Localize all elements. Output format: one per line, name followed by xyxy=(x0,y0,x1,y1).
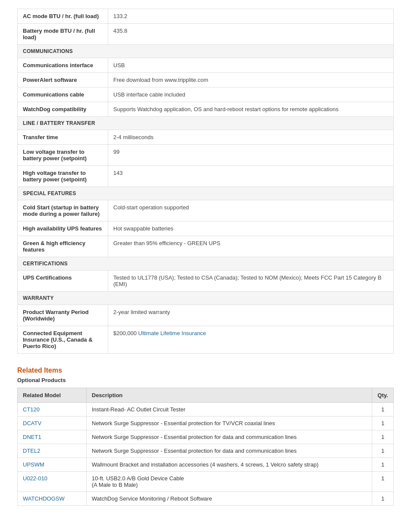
spec-label: AC mode BTU / hr. (full load) xyxy=(18,9,108,24)
spec-value: 143 xyxy=(108,166,394,187)
col-header-qty: Qty. xyxy=(372,388,394,403)
related-items-section: Related Items Optional Products Related … xyxy=(17,367,394,506)
spec-row: WatchDog compatibilitySupports Watchdog … xyxy=(18,102,394,117)
spec-value: Tested to UL1778 (USA); Tested to CSA (C… xyxy=(108,271,394,292)
spec-value: $200,000 Ultimate Lifetime Insurance xyxy=(108,326,394,354)
related-table: Related Model Description Qty. CT120Inst… xyxy=(17,388,394,506)
related-model-cell: CT120 xyxy=(18,403,87,417)
related-model-cell: UPSWM xyxy=(18,458,87,472)
related-description-cell: Network Surge Suppressor - Essential pro… xyxy=(87,430,372,444)
col-header-model: Related Model xyxy=(18,388,87,403)
spec-value: 2-year limited warranty xyxy=(108,305,394,326)
section-header-label: LINE / BATTERY TRANSFER xyxy=(18,117,394,130)
spec-row: Communications cableUSB interface cable … xyxy=(18,87,394,102)
spec-value: 133.2 xyxy=(108,9,394,24)
spec-value: 2-4 milliseconds xyxy=(108,130,394,145)
section-header-label: SPECIAL FEATURES xyxy=(18,187,394,200)
spec-value: 435.8 xyxy=(108,24,394,45)
spec-row: Connected Equipment Insurance (U.S., Can… xyxy=(18,326,394,354)
related-table-row: DCATVNetwork Surge Suppressor - Essentia… xyxy=(18,417,394,430)
related-description-cell: WatchDog Service Monitoring / Reboot Sof… xyxy=(87,492,372,506)
related-description-cell: Instant-Read- AC Outlet Circuit Tester xyxy=(87,403,372,417)
spec-row: Cold Start (startup in battery mode duri… xyxy=(18,200,394,221)
related-model-cell: WATCHDOGSW xyxy=(18,492,87,506)
related-model-link[interactable]: DCATV xyxy=(23,420,41,426)
spec-label: High availability UPS features xyxy=(18,221,108,236)
spec-row: Low voltage transfer to battery power (s… xyxy=(18,145,394,166)
related-model-link[interactable]: U022-010 xyxy=(23,475,47,482)
related-model-cell: U022-010 xyxy=(18,472,87,492)
specs-table: AC mode BTU / hr. (full load)133.2Batter… xyxy=(17,9,394,354)
related-table-row: DTEL2Network Surge Suppressor - Essentia… xyxy=(18,444,394,458)
spec-label: WatchDog compatibility xyxy=(18,102,108,117)
related-qty-cell: 1 xyxy=(372,458,394,472)
related-table-row: DNET1Network Surge Suppressor - Essentia… xyxy=(18,430,394,444)
related-model-link[interactable]: CT120 xyxy=(23,406,40,413)
related-description-cell: Wallmount Bracket and installation acces… xyxy=(87,458,372,472)
spec-row: PowerAlert softwareFree download from ww… xyxy=(18,73,394,87)
spec-label: PowerAlert software xyxy=(18,73,108,87)
spec-value: USB xyxy=(108,58,394,73)
section-header-row: COMMUNICATIONS xyxy=(18,45,394,58)
spec-label: Battery mode BTU / hr. (full load) xyxy=(18,24,108,45)
section-header-label: CERTIFICATIONS xyxy=(18,257,394,271)
spec-label: UPS Certifications xyxy=(18,271,108,292)
related-qty-cell: 1 xyxy=(372,430,394,444)
section-header-label: WARRANTY xyxy=(18,292,394,305)
related-qty-cell: 1 xyxy=(372,472,394,492)
spec-row: High voltage transfer to battery power (… xyxy=(18,166,394,187)
related-table-row: U022-01010-ft. USB2.0 A/B Gold Device Ca… xyxy=(18,472,394,492)
spec-row: Product Warranty Period (Worldwide)2-yea… xyxy=(18,305,394,326)
section-header-row: LINE / BATTERY TRANSFER xyxy=(18,117,394,130)
section-header-label: COMMUNICATIONS xyxy=(18,45,394,58)
related-model-link[interactable]: DNET1 xyxy=(23,434,41,440)
spec-label: Communications interface xyxy=(18,58,108,73)
related-qty-cell: 1 xyxy=(372,492,394,506)
related-description-cell: 10-ft. USB2.0 A/B Gold Device Cable(A Ma… xyxy=(87,472,372,492)
spec-row: Battery mode BTU / hr. (full load)435.8 xyxy=(18,24,394,45)
related-qty-cell: 1 xyxy=(372,444,394,458)
col-header-description: Description xyxy=(87,388,372,403)
related-items-title: Related Items xyxy=(17,367,394,374)
spec-value: Hot swappable batteries xyxy=(108,221,394,236)
related-qty-cell: 1 xyxy=(372,417,394,430)
related-table-row: UPSWMWallmount Bracket and installation … xyxy=(18,458,394,472)
spec-value: Supports Watchdog application, OS and ha… xyxy=(108,102,394,117)
spec-row: Green & high efficiency featuresGreater … xyxy=(18,236,394,257)
section-header-row: WARRANTY xyxy=(18,292,394,305)
related-qty-cell: 1 xyxy=(372,403,394,417)
optional-products-label: Optional Products xyxy=(17,377,394,383)
spec-label: Connected Equipment Insurance (U.S., Can… xyxy=(18,326,108,354)
related-model-link[interactable]: UPSWM xyxy=(23,461,44,468)
section-header-row: SPECIAL FEATURES xyxy=(18,187,394,200)
spec-label: Cold Start (startup in battery mode duri… xyxy=(18,200,108,221)
spec-row: Transfer time2-4 milliseconds xyxy=(18,130,394,145)
spec-label: Communications cable xyxy=(18,87,108,102)
related-model-link[interactable]: DTEL2 xyxy=(23,448,40,454)
spec-label: Green & high efficiency features xyxy=(18,236,108,257)
related-table-row: WATCHDOGSWWatchDog Service Monitoring / … xyxy=(18,492,394,506)
spec-label: High voltage transfer to battery power (… xyxy=(18,166,108,187)
related-model-cell: DTEL2 xyxy=(18,444,87,458)
spec-label: Transfer time xyxy=(18,130,108,145)
spec-value: Cold-start operation supported xyxy=(108,200,394,221)
related-description-cell: Network Surge Suppressor - Essential pro… xyxy=(87,417,372,430)
spec-label: Product Warranty Period (Worldwide) xyxy=(18,305,108,326)
spec-label: Low voltage transfer to battery power (s… xyxy=(18,145,108,166)
related-model-cell: DNET1 xyxy=(18,430,87,444)
spec-value: Greater than 95% efficiency - GREEN UPS xyxy=(108,236,394,257)
spec-row: UPS CertificationsTested to UL1778 (USA)… xyxy=(18,271,394,292)
insurance-link[interactable]: Ultimate Lifetime Insurance xyxy=(138,330,206,336)
spec-row: Communications interfaceUSB xyxy=(18,58,394,73)
spec-row: AC mode BTU / hr. (full load)133.2 xyxy=(18,9,394,24)
related-table-header: Related Model Description Qty. xyxy=(18,388,394,403)
section-header-row: CERTIFICATIONS xyxy=(18,257,394,271)
related-description-cell: Network Surge Suppressor - Essential pro… xyxy=(87,444,372,458)
spec-value: 99 xyxy=(108,145,394,166)
spec-value: USB interface cable included xyxy=(108,87,394,102)
spec-row: High availability UPS featuresHot swappa… xyxy=(18,221,394,236)
related-table-row: CT120Instant-Read- AC Outlet Circuit Tes… xyxy=(18,403,394,417)
spec-value: Free download from www.tripplite.com xyxy=(108,73,394,87)
related-model-cell: DCATV xyxy=(18,417,87,430)
related-model-link[interactable]: WATCHDOGSW xyxy=(23,495,65,502)
